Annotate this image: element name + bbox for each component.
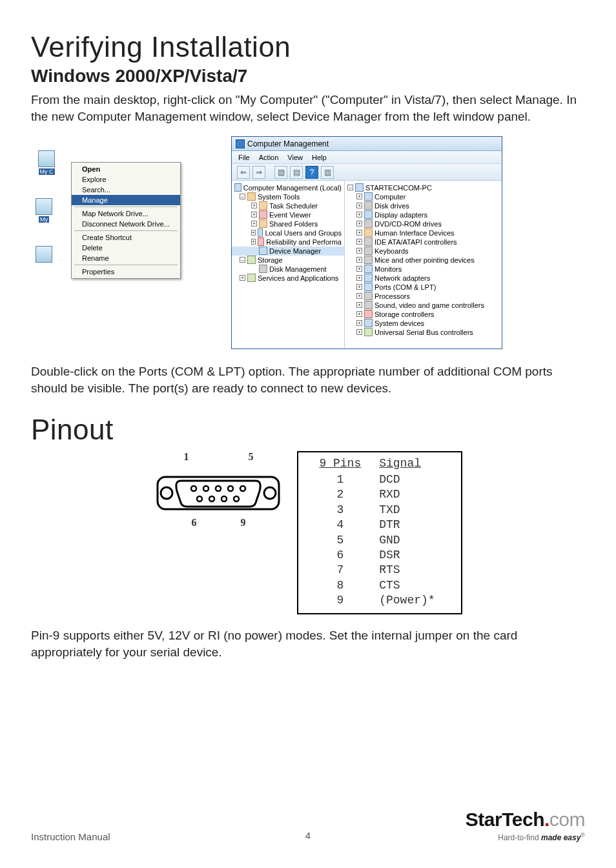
desktop-icon-ie[interactable] (34, 246, 54, 270)
mouse-icon (364, 256, 373, 264)
svg-point-1 (161, 487, 172, 499)
menu-item-map-drive[interactable]: Map Network Drive... (72, 208, 180, 219)
expand-icon[interactable]: + (356, 266, 362, 272)
monitor-icon (38, 150, 55, 167)
expand-icon[interactable]: + (356, 293, 362, 299)
tree-item-reliability[interactable]: +Reliability and Performa (232, 237, 344, 247)
table-row: 9(Power)* (313, 593, 446, 608)
menu-item-open[interactable]: Open (72, 164, 180, 174)
device-category[interactable]: +Computer (345, 192, 502, 201)
menu-help[interactable]: Help (312, 154, 327, 161)
tree-item-task-scheduler[interactable]: +Task Scheduler (232, 201, 344, 210)
expand-icon[interactable]: + (356, 275, 362, 281)
device-category[interactable]: +Display adapters (345, 210, 502, 219)
pc-icon (355, 183, 364, 192)
collapse-icon[interactable]: – (240, 194, 245, 199)
menu-item-manage[interactable]: Manage (72, 195, 180, 205)
device-category[interactable]: +System devices (345, 319, 502, 328)
device-tree-root[interactable]: –STARTECHCOM-PC (345, 183, 502, 192)
expand-icon[interactable]: + (356, 248, 362, 254)
tree-item-local-users[interactable]: +Local Users and Groups (232, 228, 344, 237)
desktop-icon-mycomputer[interactable]: My C (36, 150, 57, 175)
device-category[interactable]: +Keyboards (345, 247, 502, 256)
refresh-icon[interactable]: ▥ (321, 166, 334, 179)
help-icon[interactable]: ? (305, 166, 318, 179)
expand-icon[interactable]: + (356, 194, 362, 199)
expand-icon[interactable]: + (356, 212, 362, 217)
table-row: 1DCD (313, 472, 446, 487)
tools-icon (247, 192, 256, 201)
perf-icon (258, 237, 264, 246)
expand-icon[interactable]: + (251, 239, 256, 245)
device-category[interactable]: +Universal Serial Bus controllers (345, 328, 502, 337)
ide-icon (364, 237, 373, 246)
tree-group-system-tools[interactable]: –System Tools (232, 192, 344, 201)
expand-icon[interactable]: + (356, 329, 362, 335)
menu-item-properties[interactable]: Properties (72, 267, 180, 277)
properties-icon[interactable]: ▤ (290, 166, 303, 179)
tree-item-shared-folders[interactable]: +Shared Folders (232, 219, 344, 228)
device-category[interactable]: +Storage controllers (345, 310, 502, 319)
clock-icon (259, 201, 267, 210)
network-icon (364, 274, 373, 282)
device-category[interactable]: +DVD/CD-ROM drives (345, 219, 502, 228)
expand-icon[interactable]: + (251, 212, 257, 217)
forward-icon[interactable]: ⇒ (252, 166, 265, 179)
device-category[interactable]: +Processors (345, 292, 502, 301)
collapse-icon[interactable]: – (347, 185, 353, 190)
device-category[interactable]: +Disk drives (345, 201, 502, 210)
app-icon (236, 139, 245, 148)
tree-item-event-viewer[interactable]: +Event Viewer (232, 210, 344, 219)
tree-group-services[interactable]: +Services and Applications (232, 274, 344, 283)
device-category[interactable]: +Human Interface Devices (345, 228, 502, 237)
tree-root[interactable]: Computer Management (Local) (232, 183, 344, 192)
menu-item-delete[interactable]: Delete (72, 243, 180, 253)
expand-icon[interactable]: + (356, 257, 362, 263)
menu-separator (74, 265, 178, 265)
expand-icon[interactable]: + (356, 311, 362, 317)
expand-icon[interactable]: + (356, 320, 362, 326)
expand-icon[interactable]: + (356, 230, 362, 236)
expand-icon[interactable]: + (251, 221, 257, 227)
device-category[interactable]: +Monitors (345, 265, 502, 274)
device-category-ports[interactable]: +Ports (COM & LPT) (345, 283, 502, 292)
expand-icon[interactable]: + (356, 203, 362, 208)
logo-text-com: com (549, 809, 585, 830)
svg-point-7 (240, 486, 245, 491)
tree-group-storage[interactable]: –Storage (232, 256, 344, 265)
expand-icon[interactable]: + (356, 284, 362, 290)
device-category[interactable]: +Sound, video and game controllers (345, 301, 502, 310)
menu-item-rename[interactable]: Rename (72, 253, 180, 263)
svg-point-9 (209, 496, 214, 501)
collapse-icon[interactable]: – (240, 257, 245, 263)
table-row: 2RXD (313, 487, 446, 502)
menu-item-search[interactable]: Search... (72, 185, 180, 195)
expand-icon[interactable]: + (251, 203, 257, 208)
pinout-header-signal: Signal (373, 456, 446, 472)
menu-view[interactable]: View (287, 154, 303, 161)
expand-icon[interactable]: + (356, 302, 362, 308)
expand-icon[interactable]: + (251, 230, 256, 236)
device-category[interactable]: +IDE ATA/ATAPI controllers (345, 237, 502, 247)
menu-file[interactable]: File (238, 154, 250, 161)
pinout-row: 1 5 6 9 9 Pins Signal 1DCD 2RXD (31, 451, 585, 615)
menu-item-disconnect-drive[interactable]: Disconnect Network Drive... (72, 219, 180, 229)
tree-item-device-manager[interactable]: Device Manager (232, 247, 344, 256)
tree-item-disk-management[interactable]: Disk Management (232, 265, 344, 274)
pin-label-9: 9 (240, 517, 245, 529)
device-category[interactable]: +Network adapters (345, 274, 502, 283)
desktop-icon-mynetwork[interactable]: My (34, 198, 54, 223)
menu-item-shortcut[interactable]: Create Shortcut (72, 232, 180, 243)
up-icon[interactable]: ▧ (274, 166, 287, 179)
expand-icon[interactable]: + (240, 275, 245, 281)
computer-icon (364, 192, 373, 201)
svg-point-10 (221, 496, 227, 501)
pinout-header-pins: 9 Pins (313, 456, 373, 472)
expand-icon[interactable]: + (356, 239, 362, 245)
back-icon[interactable]: ⇐ (237, 166, 250, 179)
menu-action[interactable]: Action (259, 154, 279, 161)
svg-point-2 (264, 487, 276, 499)
menu-item-explore[interactable]: Explore (72, 174, 180, 185)
expand-icon[interactable]: + (356, 221, 362, 227)
device-category[interactable]: +Mice and other pointing devices (345, 256, 502, 265)
